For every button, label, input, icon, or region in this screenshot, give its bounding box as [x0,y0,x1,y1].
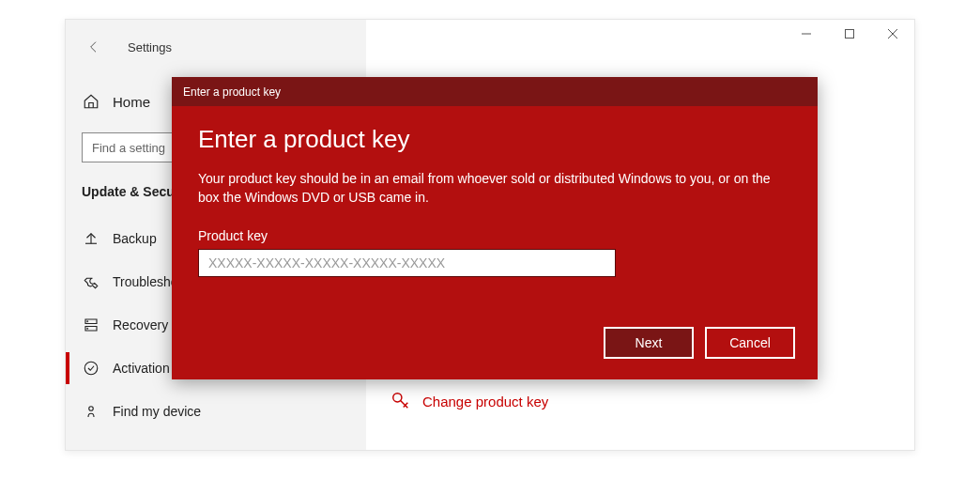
svg-rect-4 [846,30,854,39]
minimize-button[interactable] [785,20,828,48]
dialog-body: Enter a product key Your product key sho… [172,106,818,379]
change-product-key-link[interactable]: Change product key [390,391,548,411]
home-icon [83,93,100,110]
maximize-button[interactable] [828,20,871,48]
wrench-icon [83,273,100,290]
product-key-input[interactable] [198,249,616,277]
sidebar-item-label: Recovery [113,317,168,332]
dialog-description: Your product key should be in an email f… [198,169,771,208]
change-product-key-label: Change product key [422,394,548,409]
home-label: Home [113,94,150,110]
settings-title: Settings [128,40,172,54]
back-button[interactable] [86,39,101,58]
close-button[interactable] [871,20,914,48]
sidebar-item-label: Find my device [113,404,201,419]
cancel-button[interactable]: Cancel [705,327,795,359]
svg-point-2 [84,362,98,375]
next-button-label: Next [635,335,663,350]
recovery-icon [83,317,100,333]
svg-point-0 [87,321,88,322]
location-icon [83,403,100,420]
sidebar-item-find-my-device[interactable]: Find my device [66,390,366,433]
dialog-title: Enter a product key [183,85,281,99]
dialog-titlebar[interactable]: Enter a product key [172,77,818,106]
back-arrow-icon [86,39,101,54]
cancel-button-label: Cancel [729,335,771,350]
maximize-icon [845,29,854,39]
product-key-label: Product key [198,228,791,243]
svg-point-1 [87,328,88,329]
close-icon [888,29,897,39]
key-icon [390,391,411,411]
minimize-icon [802,29,811,39]
dialog-buttons: Next Cancel [604,327,795,359]
product-key-dialog: Enter a product key Enter a product key … [172,77,818,379]
home-link[interactable]: Home [83,93,150,110]
window-controls [785,20,914,48]
sidebar-item-label: Activation [113,361,170,376]
check-circle-icon [83,360,100,377]
dialog-heading: Enter a product key [198,125,791,154]
next-button[interactable]: Next [604,327,694,359]
sidebar-item-label: Backup [113,231,157,246]
search-placeholder-text: Find a setting [92,141,165,155]
svg-point-3 [89,407,94,411]
backup-icon [83,230,100,247]
